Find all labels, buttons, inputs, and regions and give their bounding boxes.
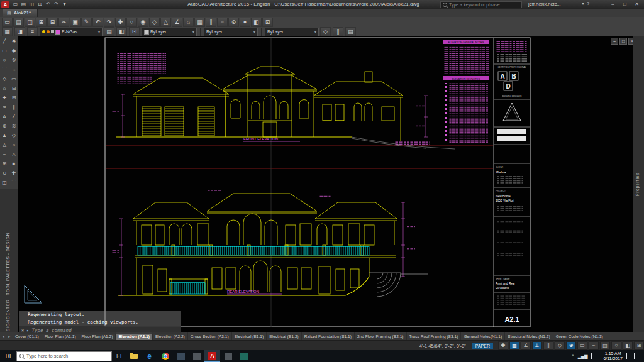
network-icon[interactable]: ▂▄▆ — [578, 354, 588, 359]
draw-tool-icon[interactable]: ⊕ — [0, 121, 9, 131]
draw-tool-icon[interactable]: ⌂ — [0, 84, 9, 93]
close-button[interactable]: ✕ — [631, 0, 643, 8]
draw-tool-icon[interactable]: ≈ — [0, 102, 9, 112]
app-icon-3[interactable] — [220, 350, 236, 362]
quick-access-icon[interactable]: ◫ — [28, 1, 36, 8]
toolbar-icon[interactable]: ∥ — [206, 18, 216, 27]
status-toggle-icon[interactable]: ⊕ — [566, 341, 576, 350]
modify-tool-icon[interactable]: ⌒ — [9, 178, 18, 187]
layer-tool-icon[interactable]: ▦ — [2, 27, 13, 36]
status-toggle-icon[interactable]: ◇ — [555, 341, 565, 350]
paper-model-toggle[interactable]: PAPER — [472, 343, 493, 349]
toolbar-icon[interactable]: ⊟ — [47, 18, 58, 27]
tool-palettes-tab[interactable]: TOOL PALETTES - DESIGN — [6, 221, 10, 295]
window-controls[interactable]: – □ ✕ — [607, 0, 643, 8]
toolbar-icon[interactable]: ✎ — [81, 18, 92, 27]
toolbar-icon[interactable]: ✚ — [115, 18, 126, 27]
modify-tool-icon[interactable]: ⊞ — [9, 93, 18, 102]
toolbar-icon[interactable]: ⌂ — [183, 18, 194, 27]
signin-user[interactable]: jeff.h@ix.netc... — [528, 1, 561, 7]
status-toggle-icon[interactable]: ∠ — [521, 341, 531, 350]
modify-tool-icon[interactable]: ⊟ — [9, 84, 18, 93]
draw-tool-icon[interactable]: ⊙ — [0, 168, 9, 178]
show-desktop-button[interactable] — [641, 350, 644, 362]
tray-expand-icon[interactable]: ^ — [572, 354, 574, 358]
draw-tool-icon[interactable]: ○ — [0, 55, 9, 65]
quick-access-toolbar[interactable]: A ▭▤◫⊞↶↷▾ — [1, 1, 69, 8]
status-toggle-icon[interactable]: ✚ — [498, 341, 508, 350]
lineweight-dropdown[interactable]: ByLayer ▾ — [265, 28, 319, 36]
help-icon[interactable]: ? — [587, 1, 589, 6]
status-toggle-icon[interactable]: ⊥ — [532, 341, 542, 350]
color-dropdown[interactable]: ByLayer ▾ — [142, 28, 197, 36]
toolbar-icon[interactable]: ≡ — [217, 18, 228, 27]
autocad-logo-icon[interactable]: A — [1, 1, 9, 8]
toolbar-icon[interactable]: ▭ — [2, 18, 13, 27]
modify-tool-icon[interactable]: ◆ — [9, 46, 18, 55]
layer-tool-icon[interactable]: ◧ — [116, 27, 127, 36]
status-toggle-icon[interactable]: ◧ — [623, 341, 633, 350]
app-icon-4[interactable] — [236, 350, 252, 362]
draw-tool-icon[interactable]: ▭ — [0, 46, 9, 55]
layer-tool-icon[interactable]: ◇ — [320, 27, 331, 36]
file-explorer-icon[interactable] — [126, 350, 142, 362]
help-icons[interactable]: ▾ ? — [582, 1, 589, 6]
toolbar-icon[interactable]: ▤ — [13, 18, 24, 27]
toolbar-icon[interactable]: ● — [240, 18, 250, 27]
status-toggle-icon[interactable]: ○ — [611, 341, 621, 350]
modify-tool-icon[interactable]: ◇ — [9, 131, 18, 140]
toolbar-icon[interactable]: ▣ — [70, 18, 80, 27]
modify-tool-icon[interactable]: ▭ — [9, 74, 18, 84]
taskbar-search-input[interactable]: Type here to search — [16, 351, 112, 361]
toolbar-icon[interactable]: ✂ — [58, 18, 69, 27]
linetype-dropdown[interactable]: ByLayer ▾ — [204, 28, 258, 36]
edge-icon[interactable]: e — [142, 350, 157, 362]
app-icon-2[interactable] — [189, 350, 204, 362]
modify-tool-icon[interactable]: ∥ — [9, 102, 18, 112]
modify-tool-icon[interactable]: ↔ — [9, 65, 18, 74]
layer-tool-icon[interactable]: ◨ — [14, 27, 25, 36]
command-close-icon[interactable]: ✕ — [21, 328, 24, 333]
layer-tool-icon[interactable]: ≡ — [27, 27, 38, 36]
modify-tool-icon[interactable]: ✖ — [9, 36, 18, 46]
command-window[interactable]: Regenerating layout. Regenerating model … — [19, 311, 181, 334]
taskbar-clock[interactable]: 1:15 AM 6/11/2017 — [603, 351, 623, 361]
toolbar-icon[interactable]: ◇ — [149, 18, 160, 27]
viewport-window-controls[interactable]: – □ ✕ — [611, 38, 636, 45]
quick-access-icon[interactable]: ▤ — [19, 1, 28, 8]
modify-tool-icon[interactable]: ✚ — [9, 168, 18, 178]
maximize-button[interactable]: □ — [619, 0, 631, 8]
layer-tool-icon[interactable]: ▤ — [345, 27, 356, 36]
modify-tool-icon[interactable]: ○ — [9, 140, 18, 150]
quick-access-icon[interactable]: ▭ — [11, 1, 19, 8]
draw-tool-icon[interactable]: ◇ — [0, 74, 9, 84]
toolbar-icon[interactable]: ◉ — [138, 18, 148, 27]
quick-access-icon[interactable]: ⊞ — [36, 1, 44, 8]
draw-tool-icon[interactable]: ⌒ — [0, 65, 9, 74]
signin-caret-icon[interactable]: ▾ — [582, 1, 584, 6]
toolbar-icon[interactable]: ⊡ — [262, 18, 273, 27]
modify-tool-icon[interactable]: △ — [9, 150, 18, 159]
viewport-restore-button[interactable]: □ — [619, 38, 627, 45]
toolbar-icon[interactable]: ◫ — [25, 18, 35, 27]
draw-tool-icon[interactable]: ◫ — [0, 178, 9, 187]
command-input[interactable]: ✕ ▸ Type a command — [19, 326, 181, 334]
layer-tool-icon[interactable]: ▤ — [104, 27, 114, 36]
start-button[interactable]: ⊞ — [0, 350, 16, 362]
quick-access-icon[interactable]: ↶ — [44, 1, 52, 8]
status-toggle-icon[interactable]: ∥ — [543, 341, 553, 350]
toolbar-icon[interactable]: ⊙ — [228, 18, 239, 27]
toolbar-icon[interactable]: ↷ — [104, 18, 114, 27]
minimize-button[interactable]: – — [607, 0, 619, 8]
status-toggle-icon[interactable]: ⊞ — [634, 341, 644, 350]
toolbar-icon[interactable]: ⊞ — [36, 18, 47, 27]
modify-tool-icon[interactable]: ↻ — [9, 55, 18, 65]
action-center-icon[interactable] — [626, 353, 635, 359]
layer-dropdown[interactable]: P-NGas ▾ — [40, 28, 103, 36]
draw-tool-icon[interactable]: ✚ — [0, 93, 9, 102]
status-toggle-icon[interactable]: ▦ — [509, 341, 519, 350]
draw-tool-icon[interactable]: ▲ — [0, 131, 9, 140]
drawing-canvas[interactable]: ELEVATION GENERAL NOTES ELEVATION KEYNOT… — [18, 36, 633, 332]
system-tray[interactable]: ^ ▂▄▆ 1:15 AM 6/11/2017 — [572, 350, 644, 362]
modify-tool-icon[interactable]: ≋ — [9, 121, 18, 131]
